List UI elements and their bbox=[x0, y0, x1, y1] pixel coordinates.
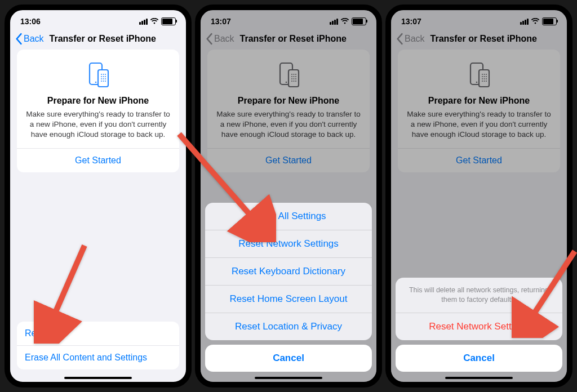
page-title: Transfer or Reset iPhone bbox=[240, 34, 347, 44]
clock: 13:06 bbox=[20, 17, 41, 26]
svg-point-31 bbox=[476, 82, 478, 83]
svg-point-6 bbox=[101, 76, 102, 77]
battery-icon bbox=[161, 17, 176, 25]
svg-point-44 bbox=[486, 81, 487, 82]
chevron-left-icon bbox=[396, 33, 403, 45]
home-indicator[interactable] bbox=[255, 377, 322, 379]
hero-text: Make sure everything's ready to transfer… bbox=[407, 109, 551, 148]
status-bar: 13:07 bbox=[201, 10, 376, 29]
svg-point-28 bbox=[294, 81, 295, 82]
screen-1: 13:06 Back Transfer or Reset iPhone Prep… bbox=[5, 5, 192, 387]
reset-network-settings-option[interactable]: Reset Network Settings bbox=[205, 230, 372, 257]
svg-point-34 bbox=[484, 74, 485, 75]
svg-point-10 bbox=[103, 78, 104, 79]
svg-point-20 bbox=[295, 74, 296, 75]
svg-point-35 bbox=[486, 74, 487, 75]
cancel-button[interactable]: Cancel bbox=[205, 345, 372, 372]
hero-title: Prepare for New iPhone bbox=[26, 96, 170, 106]
wifi-icon bbox=[531, 18, 540, 25]
back-button[interactable]: Back bbox=[396, 33, 425, 45]
back-label: Back bbox=[214, 34, 234, 44]
back-label: Back bbox=[405, 34, 425, 44]
reset-home-screen-option[interactable]: Reset Home Screen Layout bbox=[205, 285, 372, 313]
prepare-card: Prepare for New iPhone Make sure everyth… bbox=[207, 50, 370, 172]
wifi-icon bbox=[340, 18, 349, 25]
nav-bar: Back Transfer or Reset iPhone bbox=[10, 29, 186, 50]
svg-point-16 bbox=[286, 82, 287, 83]
cellular-icon bbox=[139, 19, 148, 25]
reset-action-sheet: Reset All Settings Reset Network Setting… bbox=[205, 203, 372, 372]
confirm-action-sheet: This will delete all network settings, r… bbox=[396, 278, 562, 372]
wifi-icon bbox=[150, 18, 159, 25]
bottom-options: Reset Erase All Content and Settings bbox=[17, 322, 179, 369]
reset-row[interactable]: Reset bbox=[17, 322, 179, 345]
confirm-message: This will delete all network settings, r… bbox=[396, 278, 562, 313]
page-title: Transfer or Reset iPhone bbox=[50, 34, 156, 44]
back-button[interactable]: Back bbox=[15, 33, 44, 45]
svg-rect-17 bbox=[288, 70, 299, 87]
svg-point-3 bbox=[101, 74, 102, 75]
svg-point-42 bbox=[482, 81, 483, 82]
svg-point-12 bbox=[101, 81, 102, 82]
back-button[interactable]: Back bbox=[205, 33, 234, 45]
svg-point-13 bbox=[103, 81, 104, 82]
transfer-devices-icon bbox=[216, 60, 361, 91]
battery-icon bbox=[542, 17, 557, 25]
transfer-devices-icon bbox=[407, 60, 551, 91]
svg-point-18 bbox=[291, 74, 292, 75]
cellular-icon bbox=[330, 19, 338, 25]
status-bar: 13:07 bbox=[391, 10, 567, 29]
svg-point-11 bbox=[105, 78, 106, 79]
svg-point-22 bbox=[294, 76, 295, 77]
erase-all-row[interactable]: Erase All Content and Settings bbox=[17, 345, 179, 369]
cancel-button[interactable]: Cancel bbox=[396, 345, 562, 372]
battery-icon bbox=[352, 17, 366, 25]
svg-point-40 bbox=[484, 78, 485, 79]
get-started-button[interactable]: Get Started bbox=[207, 149, 370, 172]
reset-location-privacy-option[interactable]: Reset Location & Privacy bbox=[205, 313, 372, 340]
reset-all-settings-option[interactable]: Reset All Settings bbox=[205, 203, 372, 230]
svg-point-14 bbox=[105, 81, 106, 82]
svg-rect-2 bbox=[98, 70, 108, 87]
get-started-button[interactable]: Get Started bbox=[17, 149, 179, 172]
hero-text: Make sure everything's ready to transfer… bbox=[216, 109, 361, 148]
svg-point-43 bbox=[484, 81, 485, 82]
svg-point-23 bbox=[295, 76, 296, 77]
svg-point-1 bbox=[95, 82, 97, 83]
svg-point-29 bbox=[295, 81, 296, 82]
hero-title: Prepare for New iPhone bbox=[407, 96, 551, 106]
nav-bar: Back Transfer or Reset iPhone bbox=[391, 29, 567, 50]
status-bar: 13:06 bbox=[10, 10, 186, 29]
reset-network-settings-confirm[interactable]: Reset Network Settings bbox=[396, 313, 562, 340]
svg-point-19 bbox=[294, 74, 295, 75]
svg-point-4 bbox=[103, 74, 104, 75]
back-label: Back bbox=[24, 34, 44, 44]
get-started-button[interactable]: Get Started bbox=[398, 149, 560, 172]
svg-point-8 bbox=[105, 76, 106, 77]
chevron-left-icon bbox=[15, 33, 23, 45]
home-indicator[interactable] bbox=[64, 377, 132, 379]
svg-point-9 bbox=[101, 78, 102, 79]
hero-title: Prepare for New iPhone bbox=[216, 96, 361, 106]
screen-2: 13:07 Back Transfer or Reset iPhone Prep… bbox=[195, 5, 382, 387]
svg-point-39 bbox=[482, 78, 483, 79]
svg-point-24 bbox=[291, 78, 292, 79]
page-title: Transfer or Reset iPhone bbox=[430, 34, 537, 44]
home-indicator[interactable] bbox=[445, 377, 513, 379]
prepare-card: Prepare for New iPhone Make sure everyth… bbox=[398, 50, 560, 172]
cellular-icon bbox=[520, 19, 529, 25]
screen-3: 13:07 Back Transfer or Reset iPhone Prep… bbox=[385, 5, 572, 387]
clock: 13:07 bbox=[211, 17, 231, 26]
svg-point-38 bbox=[486, 76, 487, 77]
svg-point-41 bbox=[486, 78, 487, 79]
svg-point-21 bbox=[291, 76, 292, 77]
svg-point-36 bbox=[482, 76, 483, 77]
hero-text: Make sure everything's ready to transfer… bbox=[26, 109, 170, 148]
svg-point-33 bbox=[482, 74, 483, 75]
svg-point-25 bbox=[294, 78, 295, 79]
nav-bar: Back Transfer or Reset iPhone bbox=[201, 29, 376, 50]
svg-point-27 bbox=[291, 81, 292, 82]
chevron-left-icon bbox=[205, 33, 213, 45]
reset-keyboard-dictionary-option[interactable]: Reset Keyboard Dictionary bbox=[205, 257, 372, 285]
transfer-devices-icon bbox=[26, 60, 170, 91]
